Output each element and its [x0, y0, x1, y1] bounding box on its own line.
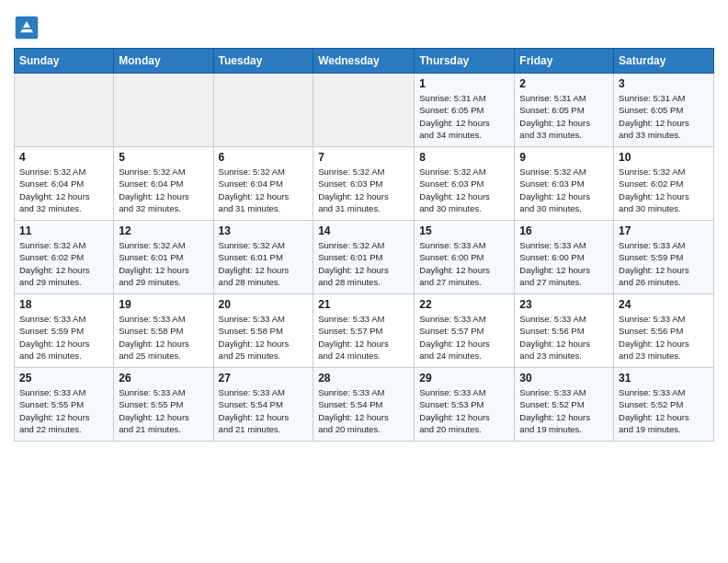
day-number: 15 [419, 224, 509, 237]
calendar-cell: 21Sunrise: 5:33 AM Sunset: 5:57 PM Dayli… [313, 294, 415, 368]
calendar-cell: 28Sunrise: 5:33 AM Sunset: 5:54 PM Dayli… [313, 368, 415, 442]
day-info: Sunrise: 5:32 AM Sunset: 6:01 PM Dayligh… [119, 239, 208, 288]
calendar-cell: 23Sunrise: 5:33 AM Sunset: 5:56 PM Dayli… [515, 294, 614, 368]
day-number: 17 [619, 224, 709, 237]
calendar-week-row: 11Sunrise: 5:32 AM Sunset: 6:02 PM Dayli… [15, 221, 714, 294]
calendar-cell: 8Sunrise: 5:32 AM Sunset: 6:03 PM Daylig… [415, 147, 515, 221]
calendar-cell: 20Sunrise: 5:33 AM Sunset: 5:58 PM Dayli… [213, 294, 313, 368]
day-info: Sunrise: 5:33 AM Sunset: 5:54 PM Dayligh… [318, 386, 409, 435]
day-info: Sunrise: 5:32 AM Sunset: 6:04 PM Dayligh… [19, 166, 108, 214]
weekday-header-saturday: Saturday [614, 49, 714, 74]
day-number: 29 [419, 372, 509, 385]
calendar-cell: 9Sunrise: 5:32 AM Sunset: 6:03 PM Daylig… [515, 147, 614, 221]
day-info: Sunrise: 5:32 AM Sunset: 6:02 PM Dayligh… [19, 239, 108, 288]
day-number: 31 [619, 372, 709, 385]
calendar-body: 1Sunrise: 5:31 AM Sunset: 6:05 PM Daylig… [15, 74, 714, 442]
day-info: Sunrise: 5:33 AM Sunset: 5:55 PM Dayligh… [119, 386, 208, 435]
day-info: Sunrise: 5:32 AM Sunset: 6:02 PM Dayligh… [619, 166, 709, 214]
calendar-cell: 16Sunrise: 5:33 AM Sunset: 6:00 PM Dayli… [515, 221, 614, 294]
day-number: 4 [19, 151, 108, 164]
day-info: Sunrise: 5:31 AM Sunset: 6:05 PM Dayligh… [619, 92, 709, 141]
day-info: Sunrise: 5:33 AM Sunset: 5:58 PM Dayligh… [219, 313, 309, 362]
calendar-cell: 2Sunrise: 5:31 AM Sunset: 6:05 PM Daylig… [515, 74, 614, 147]
calendar-cell: 18Sunrise: 5:33 AM Sunset: 5:59 PM Dayli… [15, 294, 114, 368]
day-number: 14 [318, 224, 409, 237]
day-info: Sunrise: 5:33 AM Sunset: 5:59 PM Dayligh… [19, 313, 108, 362]
day-info: Sunrise: 5:33 AM Sunset: 5:53 PM Dayligh… [419, 386, 509, 435]
day-number: 3 [619, 77, 709, 90]
calendar-cell: 30Sunrise: 5:33 AM Sunset: 5:52 PM Dayli… [515, 368, 614, 442]
day-number: 9 [519, 151, 609, 164]
day-number: 5 [119, 151, 208, 164]
day-info: Sunrise: 5:32 AM Sunset: 6:04 PM Dayligh… [219, 166, 309, 214]
day-info: Sunrise: 5:33 AM Sunset: 5:59 PM Dayligh… [619, 239, 709, 288]
calendar-cell: 31Sunrise: 5:33 AM Sunset: 5:52 PM Dayli… [614, 368, 714, 442]
day-info: Sunrise: 5:31 AM Sunset: 6:05 PM Dayligh… [519, 92, 609, 141]
calendar-cell: 11Sunrise: 5:32 AM Sunset: 6:02 PM Dayli… [15, 221, 114, 294]
day-number: 10 [619, 151, 709, 164]
weekday-header-monday: Monday [114, 49, 213, 74]
day-info: Sunrise: 5:32 AM Sunset: 6:03 PM Dayligh… [519, 166, 609, 214]
day-number: 13 [219, 224, 309, 237]
calendar-cell [313, 74, 415, 147]
weekday-header-sunday: Sunday [15, 49, 114, 74]
day-number: 16 [519, 224, 609, 237]
day-number: 1 [419, 77, 509, 90]
calendar-cell [15, 74, 114, 147]
calendar-cell [213, 74, 313, 147]
day-info: Sunrise: 5:32 AM Sunset: 6:03 PM Dayligh… [318, 166, 409, 214]
day-number: 7 [318, 151, 409, 164]
logo-icon [14, 15, 40, 40]
day-info: Sunrise: 5:33 AM Sunset: 5:57 PM Dayligh… [419, 313, 509, 362]
day-number: 18 [19, 298, 108, 311]
day-number: 19 [119, 298, 208, 311]
calendar-week-row: 4Sunrise: 5:32 AM Sunset: 6:04 PM Daylig… [15, 147, 714, 221]
calendar-cell: 12Sunrise: 5:32 AM Sunset: 6:01 PM Dayli… [114, 221, 213, 294]
day-info: Sunrise: 5:33 AM Sunset: 5:56 PM Dayligh… [619, 313, 709, 362]
day-info: Sunrise: 5:32 AM Sunset: 6:01 PM Dayligh… [318, 239, 409, 288]
day-number: 28 [318, 372, 409, 385]
calendar-cell: 19Sunrise: 5:33 AM Sunset: 5:58 PM Dayli… [114, 294, 213, 368]
day-number: 2 [519, 77, 609, 90]
day-number: 30 [519, 372, 609, 385]
day-info: Sunrise: 5:31 AM Sunset: 6:05 PM Dayligh… [419, 92, 509, 141]
day-number: 27 [219, 372, 309, 385]
day-info: Sunrise: 5:33 AM Sunset: 5:52 PM Dayligh… [519, 386, 609, 435]
day-number: 21 [318, 298, 409, 311]
calendar-cell: 3Sunrise: 5:31 AM Sunset: 6:05 PM Daylig… [614, 74, 714, 147]
calendar-cell: 7Sunrise: 5:32 AM Sunset: 6:03 PM Daylig… [313, 147, 415, 221]
day-number: 26 [119, 372, 208, 385]
day-info: Sunrise: 5:32 AM Sunset: 6:01 PM Dayligh… [219, 239, 309, 288]
day-number: 12 [119, 224, 208, 237]
day-number: 25 [19, 372, 108, 385]
day-number: 6 [219, 151, 309, 164]
day-number: 24 [619, 298, 709, 311]
calendar-cell: 27Sunrise: 5:33 AM Sunset: 5:54 PM Dayli… [213, 368, 313, 442]
weekday-header-tuesday: Tuesday [213, 49, 313, 74]
calendar-week-row: 25Sunrise: 5:33 AM Sunset: 5:55 PM Dayli… [15, 368, 714, 442]
calendar-cell: 26Sunrise: 5:33 AM Sunset: 5:55 PM Dayli… [114, 368, 213, 442]
weekday-header-row: SundayMondayTuesdayWednesdayThursdayFrid… [15, 49, 714, 74]
day-number: 20 [219, 298, 309, 311]
page-header [14, 9, 714, 40]
day-info: Sunrise: 5:33 AM Sunset: 5:55 PM Dayligh… [19, 386, 108, 435]
day-info: Sunrise: 5:33 AM Sunset: 5:52 PM Dayligh… [619, 386, 709, 435]
day-info: Sunrise: 5:33 AM Sunset: 5:56 PM Dayligh… [519, 313, 609, 362]
calendar-cell: 13Sunrise: 5:32 AM Sunset: 6:01 PM Dayli… [213, 221, 313, 294]
calendar-cell: 4Sunrise: 5:32 AM Sunset: 6:04 PM Daylig… [15, 147, 114, 221]
day-number: 22 [419, 298, 509, 311]
day-info: Sunrise: 5:33 AM Sunset: 6:00 PM Dayligh… [419, 239, 509, 288]
logo [14, 15, 43, 40]
calendar-table: SundayMondayTuesdayWednesdayThursdayFrid… [14, 48, 714, 442]
calendar-cell: 6Sunrise: 5:32 AM Sunset: 6:04 PM Daylig… [213, 147, 313, 221]
calendar-cell: 17Sunrise: 5:33 AM Sunset: 5:59 PM Dayli… [614, 221, 714, 294]
calendar-cell: 22Sunrise: 5:33 AM Sunset: 5:57 PM Dayli… [415, 294, 515, 368]
calendar-cell: 5Sunrise: 5:32 AM Sunset: 6:04 PM Daylig… [114, 147, 213, 221]
day-number: 11 [19, 224, 108, 237]
weekday-header-thursday: Thursday [415, 49, 515, 74]
calendar-cell: 15Sunrise: 5:33 AM Sunset: 6:00 PM Dayli… [415, 221, 515, 294]
calendar-week-row: 18Sunrise: 5:33 AM Sunset: 5:59 PM Dayli… [15, 294, 714, 368]
weekday-header-friday: Friday [515, 49, 614, 74]
day-info: Sunrise: 5:32 AM Sunset: 6:04 PM Dayligh… [119, 166, 208, 214]
calendar-cell: 10Sunrise: 5:32 AM Sunset: 6:02 PM Dayli… [614, 147, 714, 221]
